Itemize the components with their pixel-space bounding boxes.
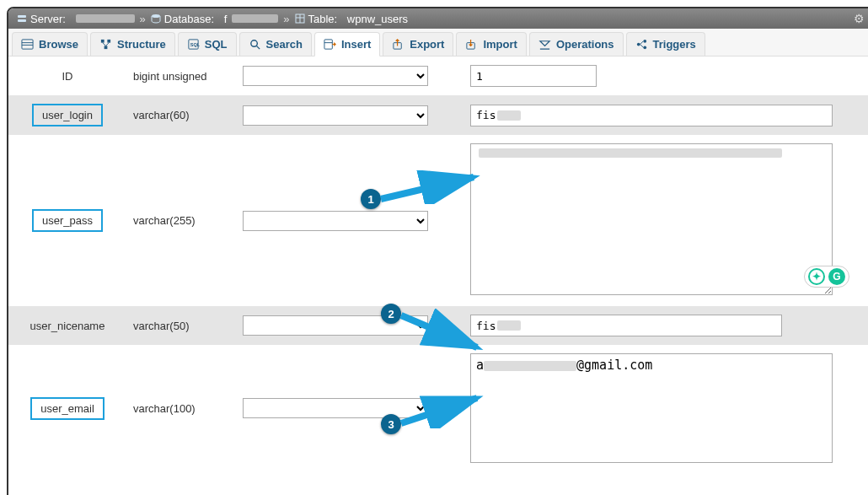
svg-line-26 xyxy=(640,45,643,48)
function-select[interactable] xyxy=(243,66,428,86)
svg-rect-10 xyxy=(107,40,110,43)
insert-form: ID bigint unsigned user_login varchar(60… xyxy=(8,56,868,471)
tab-sql[interactable]: SQL SQL xyxy=(178,32,237,56)
svg-rect-9 xyxy=(101,40,104,43)
export-icon xyxy=(392,38,405,51)
breadcrumb-table[interactable]: Table: wpnw_users xyxy=(295,13,409,25)
triggers-icon xyxy=(635,38,648,51)
grammarly-badge[interactable]: ✦ G xyxy=(804,266,849,288)
tab-operations[interactable]: Operations xyxy=(529,32,624,56)
tab-label: Operations xyxy=(556,38,614,51)
breadcrumb-database-label: Database: xyxy=(164,13,214,25)
field-type: bigint unsigned xyxy=(133,70,206,83)
sql-icon: SQL xyxy=(187,38,200,51)
table-row: user_pass varchar(255) ✦ G xyxy=(8,135,868,306)
function-select[interactable] xyxy=(243,105,428,126)
tab-search[interactable]: Search xyxy=(239,32,312,56)
grammarly-check-icon: G xyxy=(828,268,845,285)
server-icon xyxy=(17,13,27,24)
tab-structure[interactable]: Structure xyxy=(90,32,175,56)
operations-icon xyxy=(538,38,551,51)
structure-icon xyxy=(99,38,112,51)
import-icon xyxy=(465,38,478,51)
value-textarea-user-email[interactable]: a@gmail.com xyxy=(470,353,833,463)
breadcrumb: Server: » Database: f » Table: wpnw_user… xyxy=(8,8,868,29)
tab-label: Import xyxy=(483,38,517,51)
field-type: varchar(60) xyxy=(133,109,189,121)
tab-label: SQL xyxy=(205,38,228,51)
tab-insert[interactable]: Insert xyxy=(314,32,380,56)
table-row: user_email varchar(100) a@gmail.com xyxy=(8,345,868,471)
breadcrumb-sep: » xyxy=(283,13,289,25)
gear-icon[interactable]: ⚙ xyxy=(854,12,865,25)
svg-point-2 xyxy=(152,14,160,18)
svg-line-13 xyxy=(105,43,109,46)
breadcrumb-table-label: Table: xyxy=(308,13,338,25)
field-name-user-login: user_login xyxy=(32,104,103,126)
breadcrumb-server-label: Server: xyxy=(30,13,66,25)
svg-rect-1 xyxy=(18,19,26,22)
tab-label: Export xyxy=(410,38,444,51)
insert-icon xyxy=(324,38,336,51)
svg-rect-18 xyxy=(324,40,332,49)
svg-text:SQL: SQL xyxy=(190,42,200,47)
tab-label: Triggers xyxy=(653,38,696,51)
tab-browse[interactable]: Browse xyxy=(12,32,88,56)
database-icon xyxy=(151,13,161,24)
breadcrumb-database[interactable]: Database: f xyxy=(151,13,279,25)
field-name-user-email: user_email xyxy=(30,397,104,420)
search-icon xyxy=(249,38,261,51)
breadcrumb-server-value xyxy=(76,14,135,23)
tab-import[interactable]: Import xyxy=(456,32,526,56)
tab-label: Insert xyxy=(341,38,371,51)
tab-label: Structure xyxy=(117,38,166,51)
tab-bar: Browse Structure SQL SQL Search Insert E… xyxy=(8,29,868,56)
svg-rect-0 xyxy=(18,15,26,18)
svg-point-24 xyxy=(643,46,646,49)
browse-icon xyxy=(21,38,34,51)
field-name-user-nicename: user_nicename xyxy=(30,320,105,332)
table-icon xyxy=(295,13,305,24)
svg-line-25 xyxy=(640,41,643,45)
value-input-id[interactable] xyxy=(470,65,597,87)
field-name-user-pass: user_pass xyxy=(32,209,103,232)
breadcrumb-sep: » xyxy=(140,13,146,25)
tab-triggers[interactable]: Triggers xyxy=(626,32,705,56)
tab-label: Browse xyxy=(39,38,78,51)
svg-rect-11 xyxy=(104,46,108,49)
field-type: varchar(255) xyxy=(133,214,196,227)
tab-label: Search xyxy=(266,38,303,51)
table-row: ID bigint unsigned xyxy=(8,56,868,95)
svg-line-12 xyxy=(103,43,106,46)
field-type: varchar(100) xyxy=(133,402,196,415)
svg-line-17 xyxy=(256,46,260,49)
table-row: user_nicename varchar(50) xyxy=(8,306,868,345)
breadcrumb-server[interactable]: Server: xyxy=(17,13,135,25)
table-row: user_login varchar(60) xyxy=(8,95,868,135)
svg-point-22 xyxy=(636,43,640,46)
function-select[interactable] xyxy=(243,211,428,231)
function-select[interactable] xyxy=(243,315,428,336)
field-type: varchar(50) xyxy=(133,320,189,332)
svg-rect-6 xyxy=(22,40,33,49)
function-select[interactable] xyxy=(243,398,428,418)
grammarly-tone-icon: ✦ xyxy=(808,268,825,285)
svg-point-23 xyxy=(643,40,646,43)
svg-point-16 xyxy=(250,40,257,47)
value-input-user-login[interactable] xyxy=(470,105,833,126)
breadcrumb-table-value: wpnw_users xyxy=(347,13,408,25)
value-textarea-user-pass[interactable] xyxy=(470,143,833,295)
field-name-id: ID xyxy=(62,70,73,83)
tab-export[interactable]: Export xyxy=(383,32,453,56)
breadcrumb-database-value: f xyxy=(224,13,228,25)
